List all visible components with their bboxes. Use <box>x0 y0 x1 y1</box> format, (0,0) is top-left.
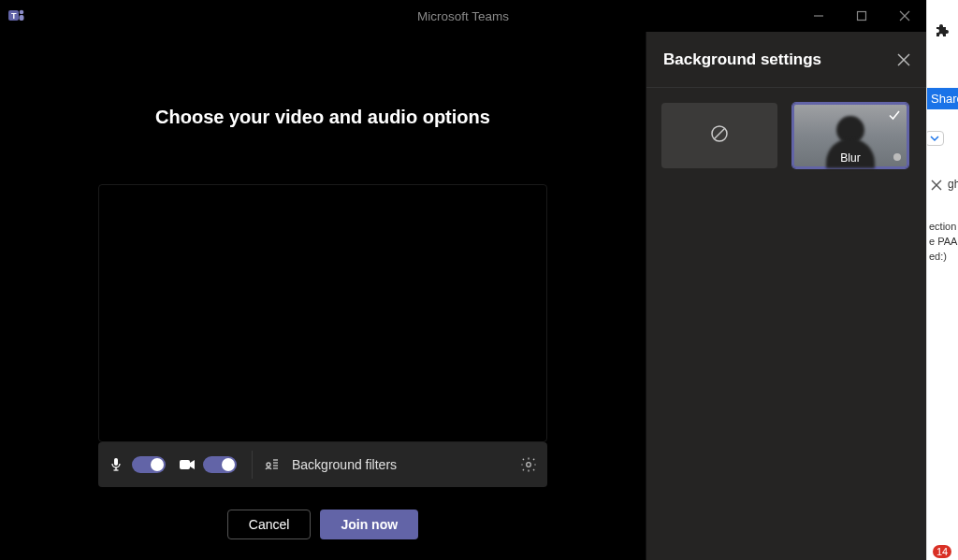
background-filters-button[interactable]: Background filters <box>292 457 512 472</box>
window-controls <box>797 0 926 32</box>
action-row: Cancel Join now <box>227 510 418 539</box>
extensions-icon[interactable] <box>935 22 951 39</box>
join-now-button[interactable]: Join now <box>320 510 418 539</box>
maximize-button[interactable] <box>840 0 883 32</box>
bg-text-snippet: ed:) <box>929 251 947 262</box>
background-window-strip: Share gh ection e PAA ed:) 14 <box>926 0 958 560</box>
microphone-toggle[interactable] <box>132 456 166 473</box>
divider <box>252 451 253 479</box>
close-button[interactable] <box>883 0 926 32</box>
bg-text-snippet: ection <box>929 221 956 232</box>
close-icon[interactable] <box>931 179 942 194</box>
dropdown-chip[interactable] <box>926 131 944 146</box>
device-controls-bar: Background filters <box>98 442 547 487</box>
prejoin-area: Choose your video and audio options Back… <box>0 32 646 560</box>
titlebar: T Microsoft Teams <box>0 0 926 32</box>
minimize-button[interactable] <box>797 0 840 32</box>
share-button[interactable]: Share <box>926 88 958 109</box>
background-tile-blur[interactable]: Blur <box>792 103 908 168</box>
svg-line-21 <box>715 129 725 139</box>
microphone-icon <box>106 454 126 475</box>
checkmark-icon <box>888 108 901 125</box>
device-settings-button[interactable] <box>517 453 540 476</box>
svg-point-17 <box>527 463 531 467</box>
bg-text-gh: gh <box>948 178 958 191</box>
svg-rect-11 <box>180 460 190 469</box>
blur-tile-label: Blur <box>840 151 860 165</box>
bg-text-snippet: e PAA <box>929 236 957 247</box>
video-preview <box>98 184 547 442</box>
status-dot-icon <box>893 153 901 161</box>
background-settings-panel: Background settings Blur <box>646 32 926 560</box>
svg-point-2 <box>20 10 24 15</box>
svg-rect-8 <box>114 458 118 466</box>
cancel-button[interactable]: Cancel <box>227 510 312 539</box>
page-heading: Choose your video and audio options <box>155 107 490 128</box>
window-title: Microsoft Teams <box>417 9 509 23</box>
panel-title: Background settings <box>663 50 821 69</box>
camera-toggle[interactable] <box>203 456 237 473</box>
teams-window: T Microsoft Teams Choose your video and … <box>0 0 926 560</box>
background-tile-none[interactable] <box>661 103 777 168</box>
background-tile-grid: Blur <box>646 88 926 183</box>
svg-rect-3 <box>20 15 24 21</box>
background-filters-icon <box>262 455 281 474</box>
svg-rect-5 <box>858 12 866 21</box>
notification-badge: 14 <box>933 545 951 558</box>
teams-app-icon: T <box>7 7 26 25</box>
svg-point-12 <box>267 463 270 467</box>
prohibit-icon <box>709 123 730 148</box>
svg-text:T: T <box>11 11 17 21</box>
video-camera-icon <box>177 454 197 475</box>
panel-close-button[interactable] <box>894 50 913 69</box>
panel-header: Background settings <box>646 32 926 88</box>
